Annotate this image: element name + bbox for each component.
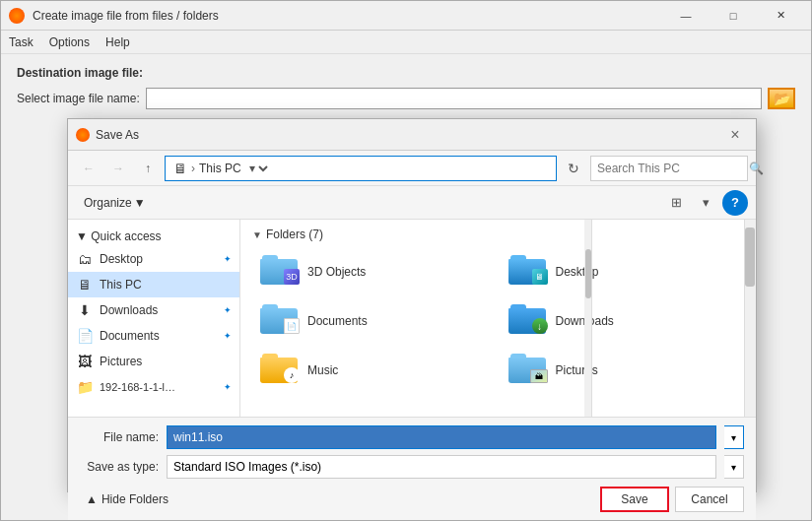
titlebar-left: Create image file from files / folders <box>9 8 219 24</box>
back-button[interactable]: ← <box>76 156 102 181</box>
organize-button[interactable]: Organize ▼ <box>76 192 154 214</box>
path-bar[interactable]: 🖥 › This PC ▾ <box>165 156 557 181</box>
sidebar-documents-label: Documents <box>100 329 218 343</box>
folder-documents-badge: 📄 <box>284 318 300 334</box>
browse-folder-button[interactable]: 📂 <box>768 88 795 109</box>
dialog-close-button[interactable]: × <box>722 122 748 148</box>
toolbar: Organize ▼ ⊞ ▾ ? <box>68 186 756 220</box>
folder-desktop-badge: 🖥 <box>532 269 548 285</box>
up-button[interactable]: ↑ <box>135 156 161 181</box>
folder-music-badge: ♪ <box>284 367 300 383</box>
folder-browse-icon: 📂 <box>774 91 790 106</box>
quick-access-header: ▼ Quick access <box>68 224 239 246</box>
menu-options[interactable]: Options <box>49 35 90 49</box>
downloads-icon: ⬇ <box>76 302 94 318</box>
refresh-button[interactable]: ↻ <box>561 156 586 181</box>
sidebar-item-downloads[interactable]: ⬇ Downloads ✦ <box>68 297 239 323</box>
folder-pictures-icon: 🏔 <box>508 354 546 383</box>
forward-button[interactable]: → <box>105 156 131 181</box>
savetype-label: Save as type: <box>80 460 159 474</box>
folder-documents-label: Documents <box>307 314 368 328</box>
organize-arrow-icon: ▼ <box>134 196 146 210</box>
folder-3d-badge: 3D <box>284 269 300 285</box>
network-pin-icon: ✦ <box>224 382 232 392</box>
filename-input[interactable] <box>167 425 716 449</box>
dialog-titlebar: Save As × <box>68 119 756 151</box>
savetype-row: Save as type: Standard ISO Images (*.iso… <box>80 455 744 479</box>
window-controls: — □ ✕ <box>663 1 803 31</box>
sidebar-item-desktop[interactable]: 🗂 Desktop ✦ <box>68 246 239 272</box>
organize-label: Organize <box>84 196 132 210</box>
folders-grid: 3D 3D Objects 🖥 Desktop <box>252 249 744 393</box>
scrollbar-thumb <box>745 228 755 287</box>
folder-desktop-icon-wrapper: 🖥 <box>508 255 548 289</box>
path-dropdown[interactable]: ▾ <box>245 161 271 176</box>
filename-row: File name: ▾ <box>80 425 744 449</box>
folder-item-3d-objects[interactable]: 3D 3D Objects <box>252 249 497 294</box>
folder-item-music[interactable]: ♪ Music <box>252 348 497 393</box>
sidebar: ▼ Quick access 🗂 Desktop ✦ 🖥 This PC ⬇ D… <box>68 220 240 417</box>
desktop-pin-icon: ✦ <box>224 254 232 264</box>
action-buttons: Save Cancel <box>600 487 744 512</box>
sidebar-item-network[interactable]: 📁 192-168-1-1-l… ✦ <box>68 374 239 400</box>
menu-help[interactable]: Help <box>105 35 130 49</box>
folders-header: ▼ Folders (7) <box>252 228 744 241</box>
desktop-folder-icon: 🗂 <box>76 251 94 267</box>
file-list: ▼ Folders (7) 3D 3D Objects <box>240 220 756 417</box>
app-icon <box>9 8 25 24</box>
folder-item-pictures[interactable]: 🏔 Pictures <box>501 348 745 393</box>
search-input[interactable] <box>597 162 745 175</box>
folder-item-documents[interactable]: 📄 Documents <box>252 298 497 344</box>
folder-3d-objects-icon-wrapper: 3D <box>260 255 300 289</box>
file-list-scrollbar[interactable] <box>744 220 756 417</box>
hide-folders-label: Hide Folders <box>102 492 169 506</box>
quick-access-label: Quick access <box>91 229 161 243</box>
minimize-button[interactable]: — <box>663 1 709 31</box>
hide-folders-button[interactable]: ▲ Hide Folders <box>80 488 174 510</box>
folder-item-desktop[interactable]: 🖥 Desktop <box>501 249 745 294</box>
folder-downloads-badge: ↓ <box>532 318 548 334</box>
hide-folders-arrow-icon: ▲ <box>86 492 98 506</box>
folders-chevron-icon: ▼ <box>252 229 262 240</box>
filename-dropdown-button[interactable]: ▾ <box>724 425 744 449</box>
folder-item-downloads[interactable]: ↓ Downloads <box>501 298 745 344</box>
sidebar-scrollbar[interactable] <box>584 220 592 417</box>
view-button[interactable]: ⊞ <box>663 190 689 216</box>
sidebar-item-documents[interactable]: 📄 Documents ✦ <box>68 323 239 349</box>
path-pc-icon: 🖥 <box>173 161 187 176</box>
folder-documents-icon-wrapper: 📄 <box>260 304 300 338</box>
network-icon: 📁 <box>76 379 94 395</box>
select-row: Select image file name: 📂 <box>17 88 795 109</box>
save-as-dialog: Save As × ← → ↑ 🖥 › This PC ▾ ↻ 🔍 Organi… <box>67 118 757 492</box>
action-row: ▲ Hide Folders Save Cancel <box>80 487 744 512</box>
sidebar-pictures-label: Pictures <box>100 355 232 368</box>
save-button[interactable]: Save <box>600 487 669 512</box>
savetype-dropdown-button[interactable]: ▾ <box>724 455 744 479</box>
sidebar-item-this-pc[interactable]: 🖥 This PC <box>68 272 239 297</box>
pictures-icon: 🖼 <box>76 354 94 369</box>
folder-downloads-icon-wrapper: ↓ <box>508 304 548 338</box>
downloads-pin-icon: ✦ <box>224 305 232 315</box>
dialog-bottom: File name: ▾ Save as type: Standard ISO … <box>68 417 756 520</box>
savetype-select[interactable]: Standard ISO Images (*.iso) <box>167 455 716 479</box>
folder-music-icon: ♪ <box>260 354 298 383</box>
this-pc-icon: 🖥 <box>76 277 94 293</box>
filename-label: File name: <box>80 430 159 444</box>
search-bar[interactable]: 🔍 <box>590 156 748 181</box>
folder-documents-icon: 📄 <box>260 304 298 334</box>
documents-icon: 📄 <box>76 328 94 344</box>
sidebar-item-pictures[interactable]: 🖼 Pictures <box>68 349 239 374</box>
folder-music-icon-wrapper: ♪ <box>260 354 300 387</box>
sidebar-desktop-label: Desktop <box>100 252 218 266</box>
menu-task[interactable]: Task <box>9 35 34 49</box>
sidebar-downloads-label: Downloads <box>100 303 218 317</box>
image-file-input[interactable] <box>146 88 762 109</box>
maximize-button[interactable]: □ <box>710 1 756 31</box>
cancel-button[interactable]: Cancel <box>675 487 744 512</box>
help-button[interactable]: ? <box>722 190 748 216</box>
folder-downloads-icon: ↓ <box>508 304 546 334</box>
app-close-button[interactable]: ✕ <box>758 1 803 31</box>
folder-pictures-badge: 🏔 <box>530 369 548 383</box>
toolbar-right: ⊞ ▾ ? <box>663 190 748 216</box>
view-dropdown-button[interactable]: ▾ <box>693 190 718 216</box>
